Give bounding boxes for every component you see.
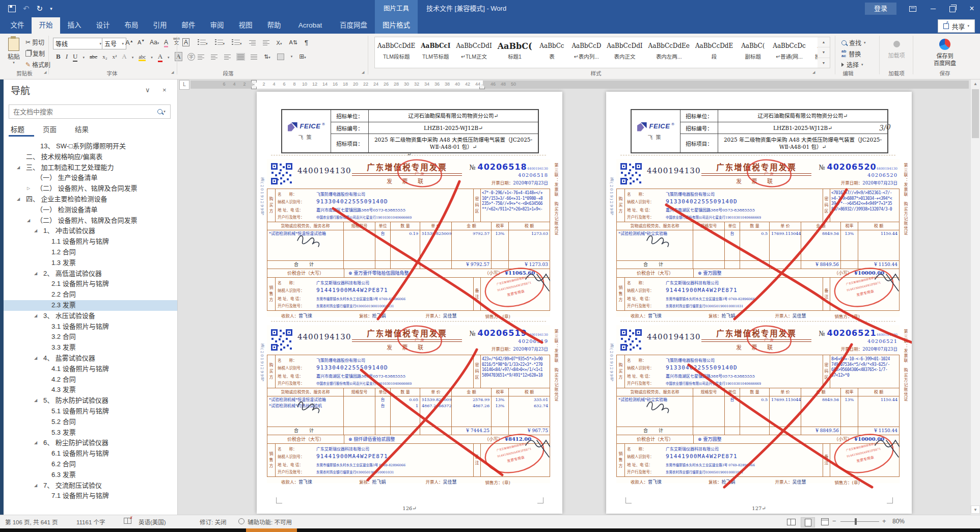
read-mode-button[interactable] — [784, 517, 798, 526]
strikethrough-button[interactable]: abc — [90, 54, 97, 60]
close-button[interactable]: × — [963, 0, 980, 17]
nav-heading-item[interactable]: 1.3 发票 — [4, 258, 177, 269]
zoom-percentage[interactable]: 80% — [892, 518, 905, 525]
nav-heading-item[interactable]: 3.2 合同 — [4, 332, 177, 342]
find-button[interactable]: 查找▾ — [841, 38, 866, 47]
minimize-button[interactable]: ─ — [924, 0, 942, 17]
nav-heading-item[interactable]: ◢ 6、 粉尘防护试验仪器 — [4, 438, 177, 448]
nav-tab[interactable]: 标题 — [11, 124, 24, 134]
ribbon-tab[interactable]: 审阅 — [203, 17, 231, 34]
italic-button[interactable]: I — [66, 52, 68, 61]
nav-heading-item[interactable]: ◢ 2、 高低温试验仪器 — [4, 269, 177, 279]
nav-heading-item[interactable]: 4.2 合同 — [4, 375, 177, 385]
nav-heading-item[interactable]: 13、 SW-□系列防爆照明开关 — [4, 141, 177, 152]
style-item[interactable]: AaBbCcDdE 段 — [693, 37, 736, 68]
style-item[interactable]: AaBbCcDdE TLM段标题 — [375, 37, 418, 68]
nav-heading-item[interactable]: 5.2 合同 — [4, 417, 177, 428]
gallery-up-icon[interactable]: ▲ — [818, 37, 830, 47]
proofing-icon[interactable] — [124, 518, 131, 525]
expand-collapse-icon[interactable]: ◢ — [34, 226, 37, 236]
nav-heading-item[interactable]: 1.1 设备照片与铭牌 — [4, 236, 177, 247]
language-indicator[interactable]: 英语(美国) — [139, 518, 166, 526]
expand-collapse-icon[interactable]: ◢ — [17, 163, 20, 173]
sign-in-button[interactable]: 登录 — [865, 3, 896, 15]
expand-collapse-icon[interactable]: ◢ — [17, 194, 20, 205]
nav-close-icon[interactable]: × — [162, 86, 167, 94]
expand-collapse-icon[interactable]: ◢ — [27, 216, 30, 226]
shrink-font-button[interactable]: A▼ — [138, 39, 145, 45]
expand-collapse-icon[interactable]: ◢ — [34, 438, 37, 448]
style-item[interactable]: AaBbCcI TLM节标题 — [418, 37, 453, 68]
undo-icon[interactable]: ↶ — [23, 4, 30, 13]
decrease-indent-button[interactable] — [249, 40, 256, 45]
line-spacing-button[interactable]: ⇅▾ — [264, 54, 270, 60]
align-center-button[interactable] — [211, 54, 217, 60]
restore-button[interactable] — [943, 0, 962, 17]
expand-collapse-icon[interactable]: ◢ — [34, 481, 37, 491]
ribbon-tab[interactable]: 设计 — [89, 17, 117, 34]
expand-collapse-icon[interactable]: ◢ — [34, 395, 37, 406]
nav-heading-item[interactable]: 7.1 设备照片与铭牌 — [4, 491, 177, 501]
highlight-color-button[interactable]: abc — [139, 54, 146, 61]
zoom-in-button[interactable]: + — [882, 517, 886, 525]
expand-collapse-icon[interactable]: ◢ — [34, 269, 37, 279]
nav-heading-item[interactable]: 6.1 设备照片与铭牌 — [4, 448, 177, 459]
style-item[interactable]: AaBbCcD ↵表内列... — [569, 37, 604, 68]
style-item[interactable]: AaBbC( 标题1 — [495, 37, 535, 68]
nav-heading-item[interactable]: 2.3 发票 — [4, 300, 177, 311]
nav-heading-item[interactable]: 6.2 合同 — [4, 459, 177, 470]
nav-heading-item[interactable]: 5.3 发票 — [4, 428, 177, 438]
vertical-scrollbar[interactable]: ▲ ▼ — [970, 79, 980, 515]
ribbon-display-options-button[interactable] — [904, 0, 922, 17]
track-changes-indicator[interactable]: 修订: 关闭 — [200, 518, 226, 526]
ribbon-tab[interactable]: 布局 — [117, 17, 146, 34]
ribbon-tab[interactable]: 插入 — [60, 17, 89, 34]
ribbon-tab[interactable]: 百度网盘 — [332, 17, 375, 34]
nav-heading-item[interactable]: （一） 检测设备清单 — [4, 205, 177, 216]
nav-heading-item[interactable]: ◢ 5、 防水防护试验仪器 — [4, 395, 177, 406]
nav-search-input[interactable] — [9, 108, 153, 116]
nav-heading-item[interactable]: ▷ （二） 设备照片、铭牌及合同发票 — [4, 183, 177, 194]
cut-button[interactable]: ✂剪切 — [25, 38, 44, 46]
sort-button[interactable]: A⇅ — [289, 39, 297, 46]
nav-heading-item[interactable]: 6.3 发票 — [4, 470, 177, 481]
align-left-button[interactable] — [198, 54, 204, 60]
styles-gallery-scroll[interactable]: ▲▼▼ — [818, 37, 830, 68]
nav-heading-item[interactable]: 5.1 设备照片与铭牌 — [4, 406, 177, 417]
replace-button[interactable]: abac替换 — [841, 49, 866, 58]
nav-search-box[interactable]: ▾ — [9, 104, 171, 119]
font-dialog-launcher[interactable]: ◢ — [171, 70, 174, 74]
character-border-button[interactable]: A — [182, 39, 189, 46]
clipboard-dialog-launcher[interactable]: ◢ — [44, 70, 46, 74]
ribbon-tab[interactable]: 开始 — [32, 17, 60, 34]
change-case-button[interactable]: Aa▾ — [150, 39, 159, 46]
style-item[interactable]: AaBbCcDc ↵普通(网... — [770, 37, 809, 68]
style-item[interactable]: AaBbCcDdI ↵TLM正文 — [453, 37, 495, 68]
nav-tab[interactable]: 结果 — [75, 124, 89, 134]
gallery-more-icon[interactable]: ▼ — [818, 58, 830, 68]
underline-button[interactable]: U — [73, 52, 77, 62]
nav-heading-item[interactable]: 4.3 发票 — [4, 385, 177, 395]
shading-button[interactable] — [277, 54, 284, 60]
align-right-button[interactable] — [224, 54, 231, 60]
paragraph-dialog-launcher[interactable]: ◢ — [362, 70, 364, 74]
document-canvas[interactable]: FEICE® 飞策 招标单位： 辽河石油勘探局有限公司物资分公司↵ 招标编号： … — [177, 79, 971, 515]
document-page-1[interactable]: FEICE® 飞策 招标单位： 辽河石油勘探局有限公司物资分公司↵ 招标编号： … — [257, 92, 562, 514]
style-item[interactable]: AaBbCc 表 — [535, 37, 569, 68]
ribbon-tab[interactable]: 帮助 — [260, 17, 288, 34]
nav-heading-item[interactable]: ◢ 三、 加工制造和工艺处理能力 — [4, 163, 177, 173]
nav-collapse-icon[interactable]: ∨ — [145, 86, 150, 94]
show-marks-button[interactable]: ¶ — [305, 39, 308, 46]
distribute-button[interactable] — [251, 54, 257, 60]
search-dropdown-icon[interactable]: ▾ — [164, 110, 166, 114]
gallery-down-icon[interactable]: ▼ — [818, 47, 830, 58]
nav-heading-item[interactable]: 二、 技术规格响应/偏离表 — [4, 152, 177, 163]
nav-heading-item[interactable]: ◢ 7、 交流耐压试验仪 — [4, 481, 177, 491]
nav-heading-item[interactable]: ◢ 四、 企业主要检验检测设备 — [4, 194, 177, 205]
nav-heading-item[interactable]: 3.1 设备照片与铭牌 — [4, 322, 177, 332]
ribbon-tab[interactable]: 图片格式 — [375, 17, 418, 34]
qat-customize-icon[interactable]: ▾ — [50, 6, 52, 11]
nav-heading-item[interactable]: （一） 生产设备清单 — [4, 173, 177, 183]
web-layout-button[interactable] — [818, 517, 831, 526]
nav-heading-item[interactable]: ◢ 4、 盐雾试验仪器 — [4, 353, 177, 364]
